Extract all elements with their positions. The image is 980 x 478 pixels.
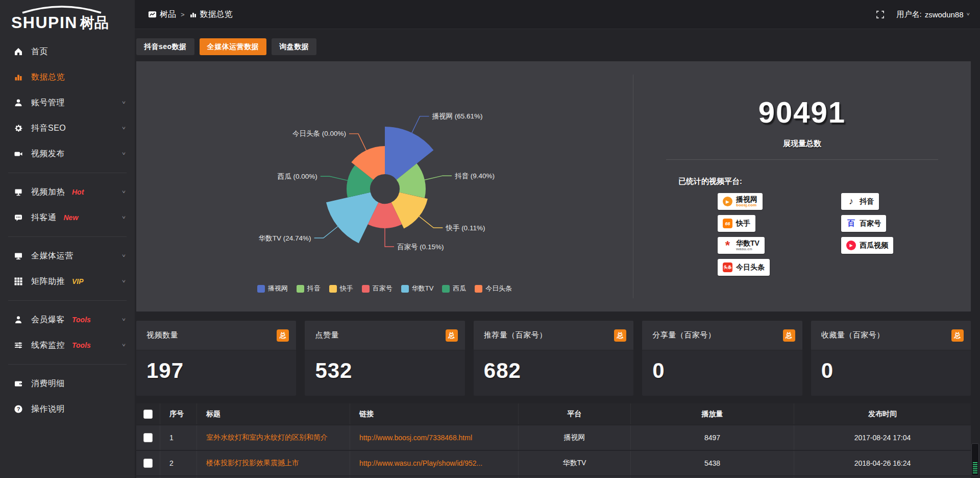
platform-badge-快手: 66快手 <box>718 215 755 232</box>
sidebar-item-help[interactable]: ?操作说明 <box>0 396 135 422</box>
platform-column-right: ♪抖音百百家号▶西瓜视频 <box>841 193 893 254</box>
legend-item-华数TV[interactable]: 华数TV <box>401 284 434 293</box>
platform-name: 百家号 <box>860 220 881 227</box>
sidebar-item-douyin-seo[interactable]: 抖音SEO˅ <box>0 115 135 141</box>
stat-card-title: 点赞量 <box>315 330 339 340</box>
sidebar-item-consumption[interactable]: 消费明细 <box>0 371 135 396</box>
sidebar-item-home[interactable]: 首页 <box>0 39 135 64</box>
breadcrumb-page[interactable]: 数据总览 <box>189 9 233 20</box>
stat-card-title: 视频数量 <box>146 330 178 340</box>
table-header-cell: 播放量 <box>630 403 794 424</box>
pie-slice-华数TV[interactable] <box>326 192 378 243</box>
platform-badge-西瓜视频: ▶西瓜视频 <box>841 237 893 254</box>
pie-label-百家号: 百家号 (0.15%) <box>397 243 444 251</box>
row-checkbox[interactable] <box>143 433 153 442</box>
row-title[interactable]: 室外水纹灯和室内水纹灯的区别和简介 <box>197 425 350 450</box>
row-link[interactable]: http://www.boosj.com/7338468.html <box>350 425 518 450</box>
pie-label-华数TV: 华数TV (24.74%) <box>259 234 311 242</box>
chevron-down-icon: ˅ <box>122 125 126 131</box>
legend-item-西瓜[interactable]: 西瓜 <box>442 284 466 293</box>
legend-item-播视网[interactable]: 播视网 <box>257 284 288 293</box>
platform-badge-text: 百家号 <box>860 220 881 227</box>
table-header-cell: 序号 <box>160 403 197 424</box>
scrollbar-widget[interactable] <box>971 443 979 476</box>
scrollbar-stripes <box>973 462 977 474</box>
sidebar-item-matrix-boost[interactable]: 矩阵助推VIP˅ <box>0 269 135 294</box>
platform-name: 抖音 <box>860 198 874 205</box>
pie-label-快手: 快手 (0.11%) <box>445 224 485 232</box>
pie-label-抖音: 抖音 (9.40%) <box>455 172 495 180</box>
pie-label-line-快手 <box>419 217 443 228</box>
stat-card-header: 推荐量（百家号）总 <box>474 321 633 350</box>
rose-pie-chart: 播视网 (65.61%)抖音 (9.40%)快手 (0.11%)百家号 (0.1… <box>136 61 633 312</box>
main-content: 抖音seo数据全媒体运营数据询盘数据 播视网 (65.61%)抖音 (9.40%… <box>135 30 980 478</box>
fullscreen-icon[interactable] <box>876 10 885 19</box>
table-row: 1室外水纹灯和室内水纹灯的区别和简介http://www.boosj.com/7… <box>136 425 971 450</box>
user-label: 用户名: <box>897 10 922 19</box>
row-platform: 华数TV <box>518 451 630 475</box>
total-badge: 总 <box>446 329 458 342</box>
select-all-checkbox[interactable] <box>143 410 153 419</box>
grid-icon <box>13 276 23 286</box>
legend-item-抖音[interactable]: 抖音 <box>297 284 321 293</box>
legend-label: 今日头条 <box>485 284 512 293</box>
sidebar-item-video-publish[interactable]: 视频发布˅ <box>0 141 135 166</box>
table-header-cell: 链接 <box>350 403 518 424</box>
legend-swatch <box>257 285 265 293</box>
sidebar-item-video-heat[interactable]: 视频加热Hot˅ <box>0 179 135 205</box>
sidebar-item-douketong[interactable]: 抖客通New˅ <box>0 205 135 230</box>
legend-item-百家号[interactable]: 百家号 <box>362 284 393 293</box>
legend-label: 播视网 <box>268 284 288 293</box>
platform-badge-播视网: ▶播视网boosj.com <box>718 193 763 210</box>
platform-name: 西瓜视频 <box>860 242 888 249</box>
table-row: 2楼体投影灯投影效果震撼上市http://www.wasu.cn/Play/sh… <box>136 451 971 475</box>
overview-panel: 播视网 (65.61%)抖音 (9.40%)快手 (0.11%)百家号 (0.1… <box>136 61 971 312</box>
sidebar-item-data-overview[interactable]: 数据总览 <box>0 64 135 90</box>
user-menu[interactable]: 用户名: zswodun88 ˅ <box>897 10 970 19</box>
menu-divider <box>8 173 127 173</box>
pie-label-line-播视网 <box>412 116 429 133</box>
stat-card-0: 视频数量总197 <box>136 321 296 396</box>
sidebar-item-badge: Tools <box>72 341 91 349</box>
platform-sub: boosj.com <box>736 203 757 207</box>
pie-label-西瓜: 西瓜 (0.00%) <box>278 173 317 180</box>
pie-label-今日头条: 今日头条 (0.00%) <box>292 130 346 137</box>
sidebar-item-clue-monitor[interactable]: 线索监控Tools˅ <box>0 332 135 358</box>
sidebar-item-member-baoke[interactable]: 会员爆客Tools˅ <box>0 307 135 332</box>
sidebar-item-label: 视频发布 <box>31 149 65 159</box>
sidebar-item-badge: VIP <box>72 277 84 285</box>
gear-icon <box>13 123 23 133</box>
sidebar-item-label: 全媒体运营 <box>31 251 74 261</box>
total-badge: 总 <box>277 329 289 342</box>
row-title[interactable]: 楼体投影灯投影效果震撼上市 <box>197 451 350 475</box>
chevron-down-icon: ˅ <box>122 342 126 348</box>
platform-badge-华数TV: *华数TVwasu.cn <box>718 237 765 254</box>
stat-card-value: 532 <box>305 350 464 383</box>
data-tabs: 抖音seo数据全媒体运营数据询盘数据 <box>136 38 971 55</box>
sidebar-item-account-manage[interactable]: 账号管理˅ <box>0 90 135 115</box>
sidebar-menu: 首页数据总览账号管理˅抖音SEO˅视频发布˅视频加热Hot˅抖客通New˅全媒体… <box>0 35 135 422</box>
sidebar-item-omnimedia[interactable]: 全媒体运营˅ <box>0 243 135 269</box>
legend-item-快手[interactable]: 快手 <box>329 284 353 293</box>
xigua-logo: ▶ <box>846 241 856 250</box>
sidebar-item-label: 抖音SEO <box>31 123 66 134</box>
row-seq: 2 <box>160 451 197 475</box>
app-crumb-icon <box>148 10 157 19</box>
pie-label-line-抖音 <box>425 176 452 180</box>
sidebar-item-label: 会员爆客 <box>31 315 65 325</box>
row-checkbox[interactable] <box>143 459 153 468</box>
tab-2[interactable]: 询盘数据 <box>272 38 316 55</box>
question-icon: ? <box>13 404 23 414</box>
breadcrumb-app[interactable]: 树品 <box>148 9 176 20</box>
chart-legend: 播视网抖音快手百家号华数TV西瓜今日头条 <box>136 284 633 293</box>
tab-0[interactable]: 抖音seo数据 <box>136 38 194 55</box>
row-link[interactable]: http://www.wasu.cn/Play/show/id/952... <box>350 451 518 475</box>
sidebar-item-label: 视频加热 <box>31 187 65 198</box>
sidebar-item-label: 数据总览 <box>31 72 65 83</box>
stat-card-title: 分享量（百家号） <box>652 330 716 340</box>
platform-name: 今日头条 <box>736 264 765 271</box>
tab-1[interactable]: 全媒体运营数据 <box>200 38 267 55</box>
breadcrumb-separator: > <box>181 11 185 18</box>
stat-card-4: 收藏量（百家号）总0 <box>811 321 971 396</box>
legend-item-今日头条[interactable]: 今日头条 <box>475 284 512 293</box>
